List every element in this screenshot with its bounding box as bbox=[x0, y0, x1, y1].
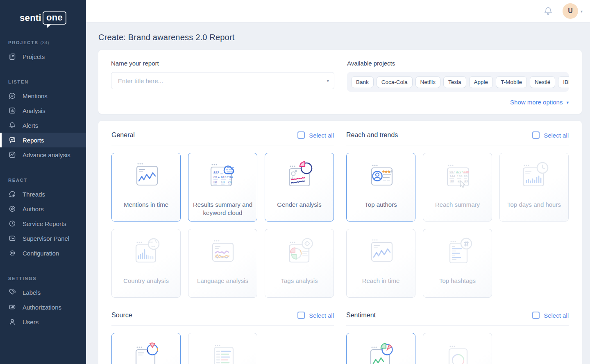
tile-reach-summary[interactable]: 98737723314419989552134 Reach summary bbox=[423, 153, 492, 222]
speech-bubble-icon bbox=[8, 92, 16, 100]
section-title: Source bbox=[111, 312, 132, 319]
tile-gender-analysis[interactable]: Gender analysis bbox=[265, 153, 334, 222]
report-title-combobox: ▾ bbox=[111, 72, 334, 89]
logo-speech-bubble: one bbox=[43, 11, 66, 25]
sidebar-item-reports[interactable]: Reports bbox=[0, 133, 86, 147]
top-authors-icon bbox=[364, 161, 398, 197]
topbar: U ▾ bbox=[86, 0, 590, 23]
sidebar-header-listen: LISTEN bbox=[8, 79, 78, 84]
tile-source-pie-chart[interactable] bbox=[111, 333, 181, 364]
sidebar-header-react: REACT bbox=[8, 178, 78, 183]
sidebar-item-mentions[interactable]: Mentions bbox=[0, 88, 86, 103]
chevron-down-icon[interactable]: ▾ bbox=[581, 9, 583, 14]
project-chip[interactable]: Netflix bbox=[415, 76, 441, 88]
tile-source-list[interactable] bbox=[188, 333, 257, 364]
tile-language-analysis[interactable]: Language analysis bbox=[188, 229, 257, 298]
svg-text:199: 199 bbox=[457, 174, 463, 178]
tile-tags-analysis[interactable]: Tags analysis bbox=[265, 229, 334, 298]
tags-icon bbox=[8, 288, 16, 296]
source-list-icon bbox=[206, 341, 240, 364]
sidebar-item-advance-analysis[interactable]: Advance analysis bbox=[0, 147, 86, 162]
tile-sentiment-pie-chart[interactable] bbox=[346, 333, 415, 364]
sidebar-item-authorizations[interactable]: Authorizations bbox=[0, 300, 86, 314]
sidebar-item-alerts[interactable]: Alerts bbox=[0, 118, 86, 133]
sidebar-item-threads[interactable]: Threads bbox=[0, 187, 86, 201]
svg-text:144: 144 bbox=[213, 170, 219, 174]
project-chip[interactable]: Apple bbox=[469, 76, 493, 88]
tile-top-hashtags[interactable]: Top hashtags bbox=[423, 229, 492, 298]
sidebar-item-labels[interactable]: Labels bbox=[0, 285, 86, 300]
section-sentiment: Sentiment Select all bbox=[346, 312, 569, 364]
project-chip[interactable]: Bank bbox=[351, 76, 374, 88]
panel-wave-icon bbox=[8, 234, 16, 242]
available-projects-label: Available projects bbox=[347, 60, 569, 67]
sentiment-pie-icon bbox=[364, 341, 398, 364]
project-chip[interactable]: Tesla bbox=[443, 76, 466, 88]
sidebar-item-analysis[interactable]: Analysis bbox=[0, 103, 86, 118]
project-chip[interactable]: Coca-Cola bbox=[377, 76, 413, 88]
mentions-in-time-icon bbox=[129, 161, 163, 197]
user-menu[interactable]: U ▾ bbox=[563, 3, 583, 19]
project-chip[interactable]: T-Mobile bbox=[496, 76, 527, 88]
logo-text: senti bbox=[20, 13, 41, 23]
svg-text:987: 987 bbox=[449, 170, 455, 174]
select-all-sentiment[interactable]: Select all bbox=[532, 312, 569, 319]
tile-top-authors[interactable]: Top authors bbox=[346, 153, 415, 222]
top-days-hours-icon bbox=[517, 161, 551, 197]
tile-sentiment-donut[interactable] bbox=[423, 333, 492, 364]
sidebar: sentione PROJECTS (34) Projects LISTEN M… bbox=[0, 0, 86, 364]
checkbox[interactable] bbox=[532, 312, 540, 319]
checkbox[interactable] bbox=[297, 312, 305, 319]
tile-top-days-and-hours[interactable]: Top days and hours bbox=[499, 153, 569, 222]
svg-text:89: 89 bbox=[464, 174, 467, 178]
select-all-source[interactable]: Select all bbox=[297, 312, 334, 319]
report-setup-card: Name your report ▾ Available projects Ba… bbox=[98, 50, 582, 114]
report-name-label: Name your report bbox=[111, 60, 334, 67]
person-icon bbox=[8, 318, 16, 326]
project-chip[interactable]: Nestlé bbox=[530, 76, 555, 88]
project-chip[interactable]: IBM bbox=[558, 76, 569, 88]
gender-analysis-icon bbox=[282, 161, 317, 197]
report-name-group: Name your report ▾ bbox=[111, 60, 334, 92]
sentione-logo: sentione bbox=[20, 11, 66, 25]
report-chart-icon bbox=[8, 136, 16, 144]
show-more-options-button[interactable]: Show more options ▾ bbox=[510, 99, 569, 106]
show-more-row: Show more options ▾ bbox=[111, 99, 569, 106]
sidebar-item-configuration[interactable]: Configuration bbox=[0, 246, 86, 260]
bell-icon bbox=[8, 121, 16, 129]
tile-mentions-in-time[interactable]: Mentions in time bbox=[111, 153, 181, 222]
thread-bubble-icon bbox=[8, 190, 16, 198]
sidebar-item-authors[interactable]: Authors bbox=[0, 201, 86, 216]
report-title-input[interactable] bbox=[111, 72, 334, 89]
sidebar-header-projects: PROJECTS (34) bbox=[8, 40, 78, 45]
reach-in-time-icon bbox=[364, 237, 398, 274]
tags-analysis-icon bbox=[282, 237, 317, 274]
star-circle-icon bbox=[8, 205, 16, 213]
section-general: General Select all Mentions in time bbox=[111, 131, 334, 298]
select-all-general[interactable]: Select all bbox=[297, 131, 334, 139]
sentiment-donut-icon bbox=[440, 341, 475, 364]
section-title: Sentiment bbox=[346, 312, 376, 319]
svg-text:76: 76 bbox=[228, 180, 231, 184]
tile-reach-in-time[interactable]: Reach in time bbox=[346, 229, 415, 298]
tile-results-summary-keyword-cloud[interactable]: 1448961034681376 Results summary and key… bbox=[188, 153, 257, 222]
language-analysis-icon bbox=[206, 237, 240, 274]
sidebar-item-supervisor-panel[interactable]: Supervisor Panel bbox=[0, 231, 86, 246]
sidebar-item-users[interactable]: Users bbox=[0, 314, 86, 329]
country-analysis-icon bbox=[129, 237, 163, 274]
gear-icon bbox=[8, 249, 16, 257]
checkbox[interactable] bbox=[532, 131, 540, 139]
sidebar-item-projects[interactable]: Projects bbox=[0, 49, 86, 64]
report-modules-card: General Select all Mentions in time bbox=[98, 121, 582, 364]
line-chart-icon bbox=[8, 151, 16, 159]
checkbox[interactable] bbox=[297, 131, 305, 139]
select-all-reach[interactable]: Select all bbox=[532, 131, 569, 139]
available-projects-group: Available projects Bank Coca-Cola Netfli… bbox=[347, 60, 569, 92]
svg-text:144: 144 bbox=[449, 174, 455, 178]
tile-country-analysis[interactable]: Country analysis bbox=[111, 229, 181, 298]
page-title: Create: Brand awareness 2.0 Report bbox=[98, 33, 582, 42]
avatar[interactable]: U bbox=[563, 3, 578, 19]
svg-text:34: 34 bbox=[464, 179, 468, 183]
sidebar-item-service-reports[interactable]: Service Reports bbox=[0, 216, 86, 231]
notifications-button[interactable] bbox=[543, 6, 554, 16]
